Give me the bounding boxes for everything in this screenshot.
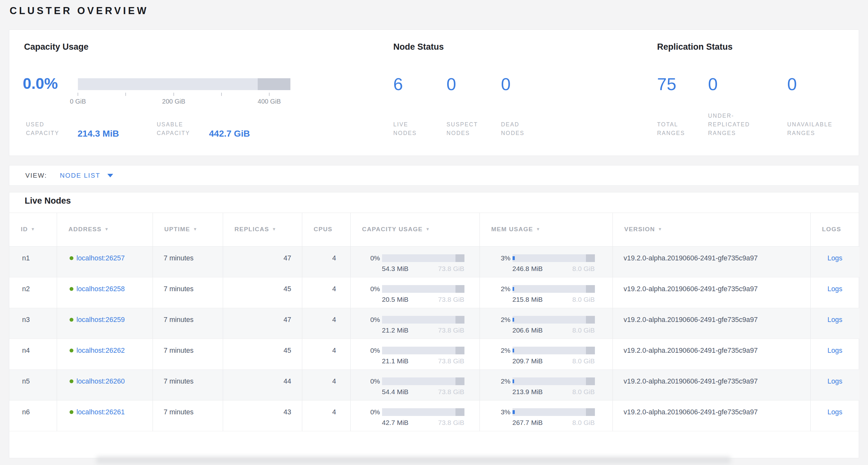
node-capacity-usage-cell: 0% 42.7 MiB 73.8 GiB (350, 401, 479, 431)
node-replicas-cell: 43 (223, 401, 302, 431)
node-logs-cell: Logs (810, 308, 859, 339)
column-header-id[interactable]: ID▼ (9, 213, 57, 246)
column-header-version[interactable]: VERSION▼ (613, 213, 810, 246)
node-live-dot-icon (69, 287, 73, 291)
cluster-overview-page: CLUSTER OVERVIEW Capacity Usage 0.0% 0 G… (0, 0, 868, 465)
node-mem-usage-cell: 2% 215.8 MiB 8.0 GiB (479, 278, 613, 308)
node-uptime-cell: 7 minutes (153, 246, 223, 278)
node-logs-link[interactable]: Logs (827, 347, 842, 354)
node-address-link[interactable]: localhost:26261 (76, 408, 125, 416)
under-replicated-ranges-label: UNDER-REPLICATED RANGES (708, 112, 765, 138)
column-header-capacity-usage[interactable]: CAPACITY USAGE▼ (350, 213, 479, 246)
mem-usage-bar (513, 285, 595, 293)
node-capacity-usage-cell: 0% 21.1 MiB 73.8 GiB (350, 339, 479, 370)
dead-nodes-count: 0 (501, 75, 510, 93)
node-address-link[interactable]: localhost:26258 (76, 285, 125, 293)
node-address-link[interactable]: localhost:26260 (76, 377, 125, 385)
axis-tick-label: 400 GiB (258, 98, 281, 105)
node-mem-usage-cell: 2% 209.7 MiB 8.0 GiB (479, 339, 613, 370)
node-logs-link[interactable]: Logs (827, 408, 842, 416)
column-header-address[interactable]: ADDRESS▼ (57, 213, 153, 246)
node-address-link[interactable]: localhost:26257 (76, 254, 125, 262)
node-capacity-usage-cell: 0% 21.2 MiB 73.8 GiB (350, 308, 479, 339)
node-cpus-cell: 4 (302, 401, 350, 431)
unavailable-ranges-count: 0 (787, 75, 797, 93)
capacity-bar-remainder-segment (456, 316, 464, 324)
axis-tick-label: 200 GiB (162, 98, 185, 105)
usable-capacity-value: 442.7 GiB (209, 129, 250, 138)
mem-usage-bar (513, 254, 595, 262)
node-id-cell: n5 (9, 370, 57, 401)
mem-bar-remainder-segment (586, 377, 595, 385)
node-live-dot-icon (69, 256, 73, 260)
table-row: n6 localhost:26261 7 minutes 43 4 0% 42.… (9, 401, 859, 431)
suspect-nodes-count: 0 (446, 75, 456, 93)
node-logs-link[interactable]: Logs (827, 285, 842, 293)
table-row: n2 localhost:26258 7 minutes 45 4 0% 20.… (9, 278, 859, 308)
capacity-usage-bar (382, 254, 464, 262)
live-nodes-table: ID▼ ADDRESS▼ UPTIME▼ REPLICAS▼ CPUS CAPA… (9, 213, 859, 431)
mem-bar-remainder-segment (586, 408, 595, 416)
capacity-bar-remainder-segment (456, 377, 464, 385)
axis-tick-label: 0 GiB (70, 98, 86, 105)
node-logs-cell: Logs (810, 370, 859, 401)
node-logs-link[interactable]: Logs (827, 254, 842, 262)
capacity-usage-bar (382, 316, 464, 324)
node-logs-link[interactable]: Logs (827, 316, 842, 324)
capacity-bar-remainder-segment (456, 254, 464, 262)
mem-usage-bar (513, 347, 595, 354)
table-row: n3 localhost:26259 7 minutes 47 4 0% 21.… (9, 308, 859, 339)
sort-arrow-icon: ▼ (31, 227, 35, 232)
mem-bar-remainder-segment (586, 254, 595, 262)
column-header-replicas[interactable]: REPLICAS▼ (223, 213, 302, 246)
live-nodes-label: LIVE NODES (393, 120, 433, 138)
column-header-logs: LOGS (810, 213, 859, 246)
capacity-bar-remainder-segment (258, 78, 290, 90)
node-version-cell: v19.2.0-alpha.20190606-2491-gfe735c9a97 (613, 370, 810, 401)
node-cpus-cell: 4 (302, 278, 350, 308)
node-replicas-cell: 47 (223, 308, 302, 339)
capacity-used-percent: 0.0% (23, 76, 58, 91)
capacity-usage-heading: Capacity Usage (24, 42, 89, 52)
node-replicas-cell: 45 (223, 339, 302, 370)
sort-arrow-icon: ▼ (658, 227, 662, 232)
node-id-cell: n3 (9, 308, 57, 339)
total-ranges-count: 75 (657, 75, 676, 93)
unavailable-ranges-label: UNAVAILABLE RANGES (787, 120, 848, 138)
capacity-usage-bar (382, 377, 464, 385)
node-address-cell: localhost:26260 (57, 370, 153, 401)
node-status-heading: Node Status (393, 42, 444, 52)
node-logs-link[interactable]: Logs (827, 377, 842, 385)
node-mem-usage-cell: 2% 213.9 MiB 8.0 GiB (479, 370, 613, 401)
node-uptime-cell: 7 minutes (153, 308, 223, 339)
capacity-usage-bar (382, 347, 464, 354)
node-address-cell: localhost:26262 (57, 339, 153, 370)
mem-usage-bar (513, 377, 595, 385)
node-live-dot-icon (69, 349, 73, 352)
node-uptime-cell: 7 minutes (153, 370, 223, 401)
node-address-cell: localhost:26259 (57, 308, 153, 339)
column-header-uptime[interactable]: UPTIME▼ (153, 213, 223, 246)
node-logs-cell: Logs (810, 278, 859, 308)
node-id-cell: n4 (9, 339, 57, 370)
mem-usage-bar (513, 408, 595, 416)
node-version-cell: v19.2.0-alpha.20190606-2491-gfe735c9a97 (613, 308, 810, 339)
node-address-link[interactable]: localhost:26262 (76, 347, 125, 354)
capacity-usage-bar (382, 285, 464, 293)
view-dropdown[interactable]: NODE LIST (60, 172, 100, 179)
column-header-mem-usage[interactable]: MEM USAGE▼ (479, 213, 613, 246)
node-cpus-cell: 4 (302, 339, 350, 370)
suspect-nodes-label: SUSPECT NODES (446, 120, 490, 138)
node-live-dot-icon (69, 410, 73, 414)
node-address-link[interactable]: localhost:26259 (76, 316, 125, 324)
chevron-down-icon[interactable] (107, 174, 113, 177)
node-logs-cell: Logs (810, 401, 859, 431)
overview-summary-panel: Capacity Usage 0.0% 0 GiB 200 GiB 400 Gi… (9, 29, 859, 156)
node-logs-cell: Logs (810, 246, 859, 278)
view-selector-bar: VIEW: NODE LIST (9, 165, 859, 186)
node-capacity-usage-cell: 0% 54.3 MiB 73.8 GiB (350, 246, 479, 278)
live-nodes-panel: Live Nodes ID▼ ADDRESS▼ UPTIME▼ REPLICAS… (9, 192, 859, 458)
node-cpus-cell: 4 (302, 246, 350, 278)
sort-arrow-icon: ▼ (272, 227, 277, 232)
node-version-cell: v19.2.0-alpha.20190606-2491-gfe735c9a97 (613, 278, 810, 308)
